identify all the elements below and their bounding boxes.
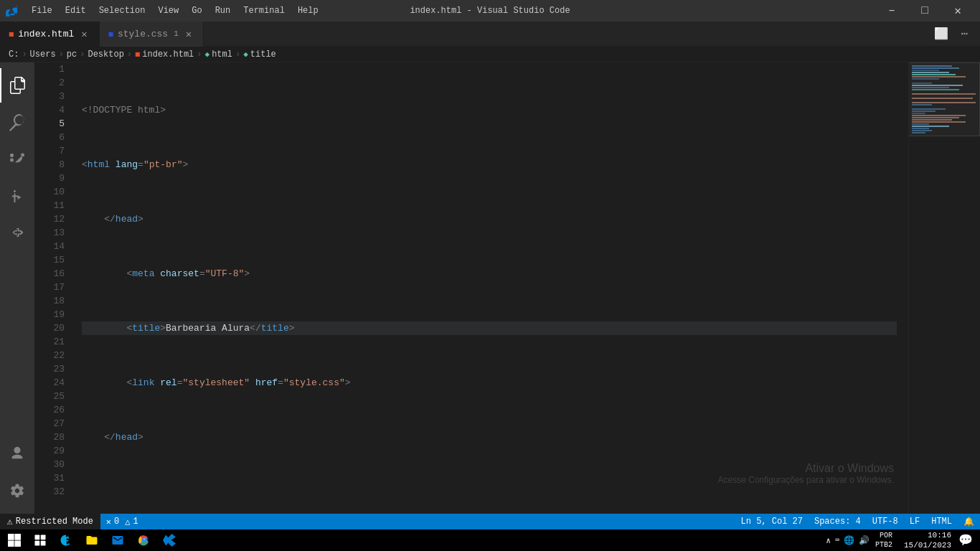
activity-search[interactable]	[0, 105, 34, 140]
encoding-label: UTF-8	[872, 517, 898, 527]
line-ending[interactable]: LF	[904, 514, 925, 529]
menu-help[interactable]: Help	[292, 3, 324, 19]
title-bar: File Edit Selection View Go Run Terminal…	[0, 0, 980, 22]
code-container[interactable]: 1 2 3 4 5 6 7 8 9 10 11 12 13 14 15 16 1…	[34, 62, 980, 514]
close-button[interactable]: ✕	[941, 0, 974, 22]
breadcrumb-html-icon: ◼	[135, 49, 140, 60]
language-mode[interactable]: HTML	[925, 514, 958, 529]
tab-bar: ◼ index.html ✕ ◼ style.css 1 ✕ ⬜ ⋯	[0, 22, 980, 47]
breadcrumb-users[interactable]: Users	[30, 50, 56, 60]
code-line-1: <!DOCTYPE html>	[82, 103, 897, 117]
main-layout: 1 2 3 4 5 6 7 8 9 10 11 12 13 14 15 16 1…	[0, 62, 980, 514]
edge-browser-button[interactable]	[57, 532, 75, 549]
notifications-bell[interactable]: 🔔	[958, 514, 980, 529]
bell-icon: 🔔	[963, 517, 974, 527]
tray-chevron[interactable]: ∧	[826, 536, 831, 545]
system-tray: ∧ ⌨ 🌐 🔊	[826, 535, 870, 546]
split-editor-button[interactable]: ⬜	[931, 24, 951, 44]
activity-bar-bottom	[0, 436, 34, 514]
activity-account[interactable]	[0, 436, 34, 471]
minimap-content	[908, 62, 980, 136]
restricted-mode-badge[interactable]: ⚠ Restricted Mode	[0, 514, 100, 529]
title-bar-left: File Edit Selection View Go Run Terminal…	[6, 3, 324, 19]
breadcrumb-drive[interactable]: C:	[9, 50, 19, 60]
svg-rect-1	[35, 535, 40, 540]
menu-bar[interactable]: File Edit Selection View Go Run Terminal…	[26, 3, 324, 19]
taskbar-left	[6, 532, 178, 549]
tab-index-html[interactable]: ◼ index.html ✕	[0, 22, 100, 47]
tab-label-style-css: style.css	[118, 29, 168, 39]
taskbar-right: ∧ ⌨ 🌐 🔊 POR PTB2 10:16 15/01/2023 💬	[826, 530, 974, 551]
breadcrumb-title-icon: ◆	[243, 50, 248, 59]
breadcrumb-file[interactable]: ◼ index.html	[135, 49, 194, 60]
css-file-icon: ◼	[108, 29, 113, 39]
status-bar: ⚠ Restricted Mode ✕ 0 △ 1 Ln 5, Col 27 S…	[0, 514, 980, 529]
status-bar-left: ⚠ Restricted Mode ✕ 0 △ 1	[0, 514, 144, 529]
restricted-mode-label: Restricted Mode	[16, 517, 93, 527]
taskbar-region: PTB2	[875, 540, 892, 550]
cursor-position[interactable]: Ln 5, Col 27	[735, 514, 809, 529]
menu-terminal[interactable]: Terminal	[237, 3, 291, 19]
menu-selection[interactable]: Selection	[93, 3, 151, 19]
error-count: 0	[114, 517, 119, 527]
breadcrumb-html-tag[interactable]: ◆ html	[205, 50, 232, 60]
taskbar: ∧ ⌨ 🌐 🔊 POR PTB2 10:16 15/01/2023 💬	[0, 529, 980, 551]
errors-warnings[interactable]: ✕ 0 △ 1	[100, 514, 144, 529]
error-icon: ✕	[106, 517, 111, 527]
code-line-3: </head>	[82, 212, 897, 226]
mail-button[interactable]	[109, 532, 126, 549]
editor-area: 1 2 3 4 5 6 7 8 9 10 11 12 13 14 15 16 1…	[34, 62, 980, 514]
activity-source-control[interactable]	[0, 143, 34, 177]
breadcrumb-title-tag[interactable]: ◆ title	[243, 50, 276, 60]
start-button[interactable]	[6, 532, 23, 549]
activity-explorer[interactable]	[0, 68, 34, 103]
breadcrumb-tag-icon: ◆	[205, 50, 210, 59]
tray-keyboard[interactable]: ⌨	[835, 536, 839, 545]
line-ending-label: LF	[910, 517, 920, 527]
svg-rect-2	[41, 535, 46, 540]
tray-volume[interactable]: 🔊	[859, 535, 870, 546]
tab-close-style-css[interactable]: ✕	[183, 27, 194, 42]
file-explorer-button[interactable]	[83, 532, 100, 549]
tab-close-index-html[interactable]: ✕	[78, 27, 90, 42]
indentation[interactable]: Spaces: 4	[809, 514, 867, 529]
restricted-mode-icon: ⚠	[7, 516, 13, 527]
line-numbers: 1 2 3 4 5 6 7 8 9 10 11 12 13 14 15 16 1…	[34, 62, 70, 514]
notifications-button[interactable]: 💬	[957, 532, 974, 549]
tray-network[interactable]: 🌐	[844, 535, 854, 546]
menu-view[interactable]: View	[152, 3, 184, 19]
code-line-8	[82, 485, 897, 499]
activity-settings[interactable]	[0, 474, 34, 508]
activity-run-debug[interactable]	[0, 180, 34, 215]
time-area[interactable]: 10:16 15/01/2023	[904, 530, 951, 551]
language-label: HTML	[931, 517, 952, 527]
menu-run[interactable]: Run	[209, 3, 237, 19]
breadcrumb-pc[interactable]: pc	[67, 50, 77, 60]
minimize-button[interactable]: –	[875, 0, 908, 22]
maximize-button[interactable]: □	[908, 0, 941, 22]
code-line-5: <title>Barbearia Alura</title>	[82, 321, 897, 335]
html-file-icon: ◼	[9, 29, 14, 39]
window-controls[interactable]: – □ ✕	[875, 0, 974, 22]
activity-extensions[interactable]	[0, 217, 34, 252]
code-editor[interactable]: <!DOCTYPE html> <html lang="pt-br"> </he…	[70, 62, 908, 514]
activity-bar	[0, 62, 34, 514]
vscode-icon	[6, 5, 17, 17]
encoding[interactable]: UTF-8	[867, 514, 904, 529]
chrome-button[interactable]	[135, 532, 152, 549]
warning-icon: △	[125, 517, 130, 527]
more-actions-button[interactable]: ⋯	[954, 24, 974, 44]
menu-file[interactable]: File	[26, 3, 58, 19]
tab-style-css[interactable]: ◼ style.css 1 ✕	[100, 22, 204, 47]
code-line-7: </head>	[82, 430, 897, 444]
taskbar-lang: POR	[880, 531, 892, 540]
menu-go[interactable]: Go	[186, 3, 207, 19]
svg-rect-4	[41, 541, 46, 546]
task-view-button[interactable]	[32, 532, 49, 549]
tab-badge-css: 1	[174, 29, 179, 38]
tab-label-index-html: index.html	[18, 29, 74, 39]
menu-edit[interactable]: Edit	[60, 3, 92, 19]
code-line-2: <html lang="pt-br">	[82, 158, 897, 171]
breadcrumb-desktop[interactable]: Desktop	[88, 50, 123, 60]
vscode-taskbar-button[interactable]	[161, 532, 178, 549]
